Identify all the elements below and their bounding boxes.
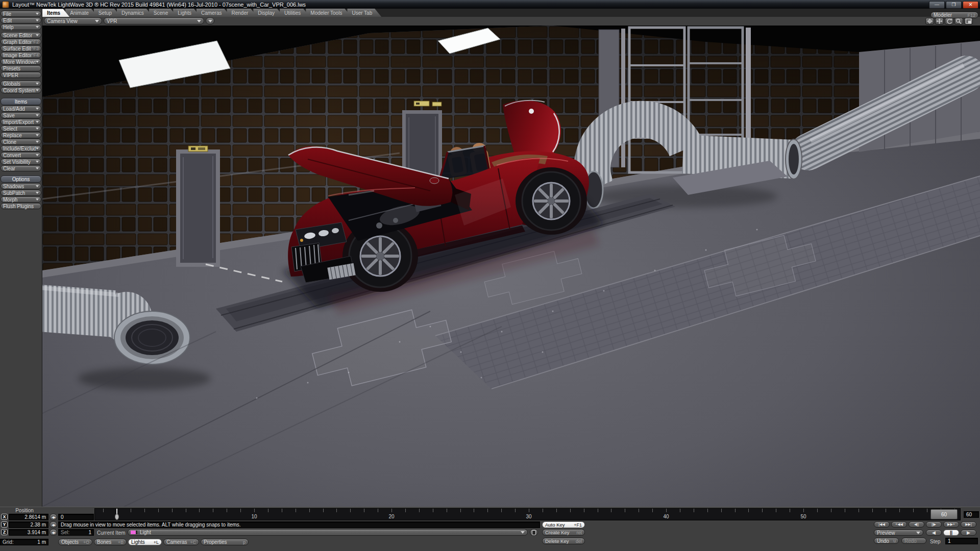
tab-lights[interactable]: Lights — [173, 9, 201, 17]
move-view-button[interactable] — [935, 18, 944, 24]
sidebar-item-clear[interactable]: Clear — [1, 165, 41, 171]
tab-render[interactable]: Render — [227, 9, 257, 17]
sidebar-item-clone[interactable]: Clone — [1, 139, 41, 145]
x-value-field[interactable]: 2.8614 m — [9, 514, 48, 520]
sidebar-item-flush-plugins[interactable]: Flush Plugins — [1, 203, 41, 209]
sidebar-item-label: Load/Add — [3, 106, 25, 112]
zoom-view-button[interactable] — [954, 18, 963, 24]
x-nudge-button[interactable]: ◀▶ — [50, 514, 57, 520]
sidebar-item-globals[interactable]: Globals — [1, 81, 41, 87]
preview-select[interactable]: Preview — [874, 530, 923, 536]
sidebar-item-subpatch[interactable]: SubPatch — [1, 190, 41, 196]
timeline-ruler[interactable]: 0 10 20 30 40 50 60 60 — [94, 508, 961, 520]
jump-end-button[interactable]: ▶▶| — [961, 521, 976, 528]
sidebar-item-include-exclude[interactable]: Include/Exclude — [1, 145, 41, 152]
shortcut-key: ^F4 — [31, 53, 39, 58]
restore-button[interactable]: ❐ — [946, 1, 962, 9]
render-mode-select[interactable]: VPR — [104, 17, 204, 24]
move-view-icon — [936, 18, 943, 24]
timeline-playhead[interactable] — [116, 509, 117, 520]
minimize-button[interactable]: — — [929, 1, 945, 9]
y-nudge-button[interactable]: ◀▶ — [50, 521, 57, 528]
jump-start-button[interactable]: |◀◀ — [874, 521, 890, 528]
play-reverse-button[interactable]: ◀ — [926, 530, 942, 536]
lights-mode-button[interactable]: Lights +L — [128, 539, 162, 545]
properties-button[interactable]: Properties p — [201, 539, 249, 545]
sidebar-item-save[interactable]: Save — [1, 112, 41, 118]
tab-animate[interactable]: Animate — [65, 9, 98, 17]
sel-label: Sel: — [61, 530, 69, 535]
sidebar-item-import-export[interactable]: Import/Export — [1, 119, 41, 125]
create-key-button[interactable]: Create Key ret — [542, 529, 585, 536]
x-axis-button[interactable]: X — [1, 514, 8, 520]
step-field[interactable]: 1 — [945, 538, 978, 544]
main-tab-bar: Items Animate Setup Dynamics Scene Light… — [42, 9, 980, 17]
sidebar-item-coord-system[interactable]: Coord System — [1, 87, 41, 93]
center-item-button[interactable] — [925, 18, 934, 24]
timeline-end-handle[interactable]: 60 — [930, 509, 958, 519]
auto-key-button[interactable]: Auto Key +F1 — [542, 521, 585, 528]
sidebar-item-label: Surface Editor — [3, 46, 31, 52]
chevron-down-icon — [36, 154, 39, 156]
z-nudge-button[interactable]: ◀▶ — [50, 529, 57, 536]
objects-mode-button[interactable]: Objects +O — [58, 539, 92, 545]
next-frame-button[interactable]: ||▶ — [926, 521, 942, 528]
z-axis-button[interactable]: Z — [1, 529, 8, 535]
y-value-field[interactable]: 2.38 m — [9, 521, 48, 528]
view-mode-select[interactable]: Camera View — [44, 17, 102, 24]
bones-mode-button[interactable]: Bones +B — [94, 539, 127, 545]
y-axis-button[interactable]: Y — [1, 521, 8, 528]
tab-dynamics[interactable]: Dynamics — [117, 9, 153, 17]
sidebar-item-more-windows[interactable]: More Windows — [1, 59, 41, 65]
timeline-label: 10 — [251, 514, 257, 519]
sidebar-item-scene-editor[interactable]: Scene Editor — [1, 32, 41, 38]
sidebar-item-graph-editor[interactable]: Graph Editor^F2 — [1, 39, 41, 45]
rotate-view-button[interactable] — [945, 18, 953, 24]
maximize-viewport-button[interactable] — [964, 18, 973, 24]
grid-size-field: Grid: 1 m — [0, 539, 48, 545]
tab-display[interactable]: Display — [253, 9, 284, 17]
tab-cameras[interactable]: Cameras — [197, 9, 231, 17]
sidebar-item-image-editor[interactable]: Image Editor^F4 — [1, 52, 41, 58]
sidebar-item-select[interactable]: Select — [1, 126, 41, 132]
sidebar-item-replace[interactable]: Replace — [1, 132, 41, 138]
play-forward-button[interactable]: ▶ — [961, 530, 976, 536]
sel-value: 1 — [88, 530, 91, 535]
sidebar-item-surface-editor[interactable]: Surface Editor^F3 — [1, 45, 41, 52]
sidebar-item-label: Shadows — [3, 184, 24, 189]
tab-user-tab[interactable]: User Tab — [347, 9, 381, 17]
next-key-button[interactable]: ▶▶+ — [943, 521, 959, 528]
sidebar-item-convert[interactable]: Convert — [1, 152, 41, 158]
sidebar-item-shadows[interactable]: Shadows — [1, 183, 41, 189]
delete-key-button[interactable]: Delete Key del — [542, 538, 585, 544]
z-value-field[interactable]: 3.914 m — [9, 529, 48, 536]
tab-scene[interactable]: Scene — [149, 9, 177, 17]
tab-modeler-tools[interactable]: Modeler Tools — [306, 9, 351, 17]
current-item-select[interactable]: Light — [128, 529, 528, 536]
modeler-button[interactable]: Modeler F12 — [930, 12, 978, 18]
sidebar-item-label: Flush Plugins — [3, 204, 34, 209]
current-frame-field[interactable]: 0 — [58, 514, 94, 520]
end-frame-field[interactable]: 60 — [964, 511, 979, 518]
render-mode-options-button[interactable] — [206, 17, 214, 24]
prev-frame-button[interactable]: ◀|| — [909, 521, 924, 528]
sidebar-item-load-add[interactable]: Load/Add — [1, 106, 41, 112]
sidebar-item-file[interactable]: File — [1, 11, 41, 17]
viewport-3d[interactable] — [42, 26, 980, 507]
redo-button[interactable]: Redo — [901, 538, 926, 544]
sidebar-item-set-visibility[interactable]: Set Visibility — [1, 159, 41, 165]
cameras-mode-button[interactable]: Cameras +C — [163, 539, 199, 545]
step-label: Step — [930, 539, 941, 544]
sidebar-item-help[interactable]: Help — [1, 24, 41, 30]
undo-button[interactable]: Undo u — [874, 538, 899, 544]
sidebar-item-viper[interactable]: VIPER — [1, 72, 41, 78]
current-item-edit-button[interactable] — [530, 529, 538, 536]
tab-utilities[interactable]: Utilities — [280, 9, 310, 17]
sidebar-item-label: Include/Exclude — [3, 146, 36, 152]
sidebar-item-morph[interactable]: Morph — [1, 196, 41, 203]
close-button[interactable]: ✕ — [963, 1, 978, 9]
pause-button[interactable]: || — [943, 530, 959, 536]
prev-key-button[interactable]: +◀◀ — [891, 521, 907, 528]
sidebar-item-edit[interactable]: Edit — [1, 17, 41, 23]
sidebar-item-presets[interactable]: Presets — [1, 65, 41, 71]
